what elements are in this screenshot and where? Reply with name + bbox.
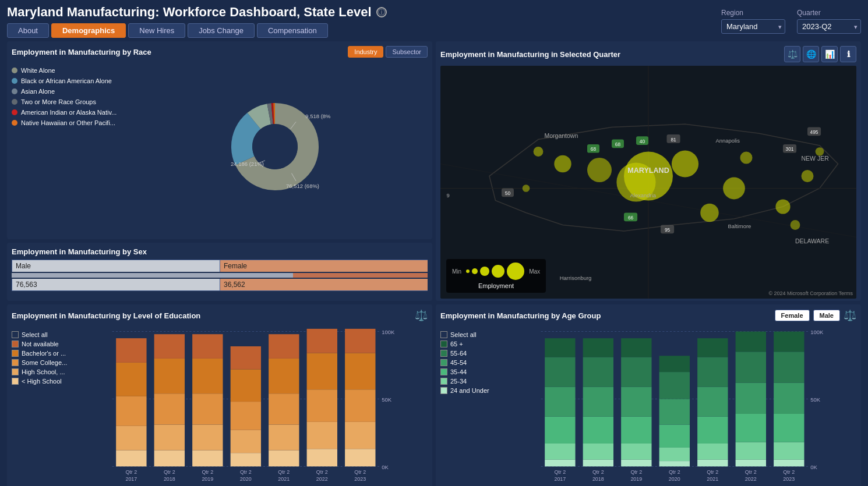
race-panel: Employment in Manufacturing by Race Indu… bbox=[7, 41, 432, 239]
map-tool-chart[interactable]: 📊 bbox=[821, 46, 838, 62]
tab-demographics[interactable]: Demographics bbox=[51, 23, 126, 38]
svg-text:Qtr 2: Qtr 2 bbox=[316, 469, 328, 475]
page-title: Maryland Manufacturing: Workforce Dashbo… bbox=[7, 5, 372, 20]
map-max-label: Max bbox=[529, 268, 540, 275]
header: Maryland Manufacturing: Workforce Dashbo… bbox=[0, 0, 868, 38]
svg-rect-68 bbox=[116, 338, 146, 363]
race-panel-header: Employment in Manufacturing by Race Indu… bbox=[12, 46, 428, 58]
edu-legend-label-all: Select all bbox=[22, 331, 48, 338]
svg-text:0K: 0K bbox=[382, 464, 389, 470]
svg-rect-172 bbox=[774, 332, 804, 352]
map-tool-info[interactable]: ℹ bbox=[840, 46, 856, 62]
race-content: White Alone Black or African American Al… bbox=[12, 61, 428, 232]
age-legend-65plus[interactable]: 65 + bbox=[440, 340, 504, 347]
svg-text:Annapolis: Annapolis bbox=[716, 137, 740, 144]
svg-rect-137 bbox=[621, 417, 651, 444]
sex-panel: Employment in Manufacturing by Sex Male … bbox=[7, 243, 432, 301]
age-legend-select-all[interactable]: Select all bbox=[440, 331, 504, 338]
female-btn[interactable]: Female bbox=[775, 310, 810, 321]
svg-text:9: 9 bbox=[447, 192, 450, 198]
svg-text:495: 495 bbox=[810, 129, 818, 135]
svg-text:2023: 2023 bbox=[354, 476, 366, 482]
edu-legend-box-not-avail bbox=[12, 340, 19, 347]
map-area[interactable]: Morgantown MARYLAND NEW JER DELAWARE Ann… bbox=[440, 66, 856, 299]
edu-legend-box-bachelors bbox=[12, 350, 19, 357]
svg-text:68: 68 bbox=[591, 146, 597, 152]
age-scale-icon[interactable]: ⚖️ bbox=[844, 309, 856, 322]
age-legend-24under[interactable]: 24 and Under bbox=[440, 387, 504, 394]
map-min-label: Min bbox=[452, 268, 461, 275]
svg-rect-153 bbox=[697, 417, 728, 444]
age-legend-25-34[interactable]: 25-34 bbox=[440, 378, 504, 385]
sex-bar bbox=[12, 273, 428, 278]
svg-rect-160 bbox=[736, 442, 766, 460]
industry-btn[interactable]: Industry bbox=[348, 46, 383, 58]
sex-bar-values: 76,563 36,562 bbox=[12, 279, 428, 291]
svg-rect-106 bbox=[345, 449, 375, 466]
svg-point-22 bbox=[587, 158, 612, 182]
svg-text:2022: 2022 bbox=[745, 476, 757, 482]
tab-jobs-change[interactable]: Jobs Change bbox=[188, 23, 255, 38]
svg-point-27 bbox=[740, 152, 753, 164]
edu-legend-less-high-school[interactable]: < High School bbox=[12, 378, 76, 385]
svg-rect-95 bbox=[269, 359, 299, 393]
female-label: Female bbox=[220, 260, 428, 272]
svg-text:301: 301 bbox=[786, 146, 794, 152]
svg-rect-139 bbox=[621, 357, 651, 387]
svg-text:68: 68 bbox=[615, 141, 621, 147]
age-legend-35-44[interactable]: 35-44 bbox=[440, 368, 504, 375]
quarter-select[interactable]: 2023-Q2 bbox=[797, 19, 861, 34]
edu-legend-high-school[interactable]: High School, ... bbox=[12, 368, 76, 375]
legend-dot-american-indian bbox=[12, 109, 17, 115]
svg-text:Harrisonburg: Harrisonburg bbox=[560, 275, 592, 281]
svg-rect-108 bbox=[345, 389, 375, 422]
svg-text:2022: 2022 bbox=[316, 476, 328, 482]
svg-rect-146 bbox=[659, 399, 690, 424]
svg-text:Qtr 2: Qtr 2 bbox=[202, 469, 213, 475]
male-btn[interactable]: Male bbox=[813, 310, 840, 321]
svg-text:2023: 2023 bbox=[783, 476, 795, 482]
map-tool-scale[interactable]: ⚖️ bbox=[784, 46, 800, 62]
legend-dot-hawaiian bbox=[12, 120, 17, 126]
svg-rect-99 bbox=[307, 449, 337, 466]
svg-text:9,518 (8%): 9,518 (8%) bbox=[305, 113, 330, 119]
svg-rect-73 bbox=[154, 393, 185, 424]
edu-legend-select-all[interactable]: Select all bbox=[12, 331, 76, 338]
svg-rect-155 bbox=[697, 357, 728, 387]
region-select[interactable]: Maryland bbox=[721, 19, 785, 34]
svg-rect-72 bbox=[154, 425, 185, 450]
info-icon[interactable]: ⓘ bbox=[376, 7, 387, 17]
tab-compensation[interactable]: Compensation bbox=[257, 23, 328, 38]
edu-legend-some-college[interactable]: Some College... bbox=[12, 359, 76, 366]
map-panel-title: Employment in Manufacturing in Selected … bbox=[440, 50, 620, 59]
svg-rect-145 bbox=[659, 425, 690, 448]
age-legend-box-45 bbox=[440, 359, 447, 366]
age-legend-45-54[interactable]: 45-54 bbox=[440, 359, 504, 366]
svg-rect-79 bbox=[192, 425, 223, 450]
svg-rect-92 bbox=[269, 450, 299, 467]
tab-about[interactable]: About bbox=[7, 23, 49, 38]
map-tool-globe[interactable]: 🌐 bbox=[803, 46, 819, 62]
subsector-btn[interactable]: Subsector bbox=[386, 46, 428, 58]
edu-legend-not-avail[interactable]: Not available bbox=[12, 340, 76, 347]
svg-rect-121 bbox=[545, 417, 575, 444]
svg-rect-119 bbox=[545, 460, 575, 467]
age-legend-55-64[interactable]: 55-64 bbox=[440, 350, 504, 357]
age-legend-box-65 bbox=[440, 340, 447, 347]
svg-point-23 bbox=[775, 199, 790, 214]
svg-text:2018: 2018 bbox=[164, 476, 175, 482]
svg-text:0K: 0K bbox=[810, 464, 817, 470]
quarter-dropdown-wrapper: 2023-Q2 bbox=[797, 19, 861, 34]
svg-rect-109 bbox=[345, 353, 375, 390]
map-dot-xs bbox=[466, 269, 470, 273]
tab-new-hires[interactable]: New Hires bbox=[128, 23, 185, 38]
edu-legend-bachelors[interactable]: Bachelor's or ... bbox=[12, 350, 76, 357]
svg-rect-170 bbox=[774, 383, 804, 414]
svg-text:66: 66 bbox=[628, 215, 634, 221]
svg-rect-78 bbox=[192, 450, 223, 467]
svg-rect-167 bbox=[774, 460, 804, 467]
edu-scale-icon[interactable]: ⚖️ bbox=[415, 309, 428, 322]
svg-point-19 bbox=[672, 150, 698, 177]
edu-legend-label-bachelors: Bachelor's or ... bbox=[22, 350, 66, 357]
svg-text:MARYLAND: MARYLAND bbox=[627, 166, 669, 175]
